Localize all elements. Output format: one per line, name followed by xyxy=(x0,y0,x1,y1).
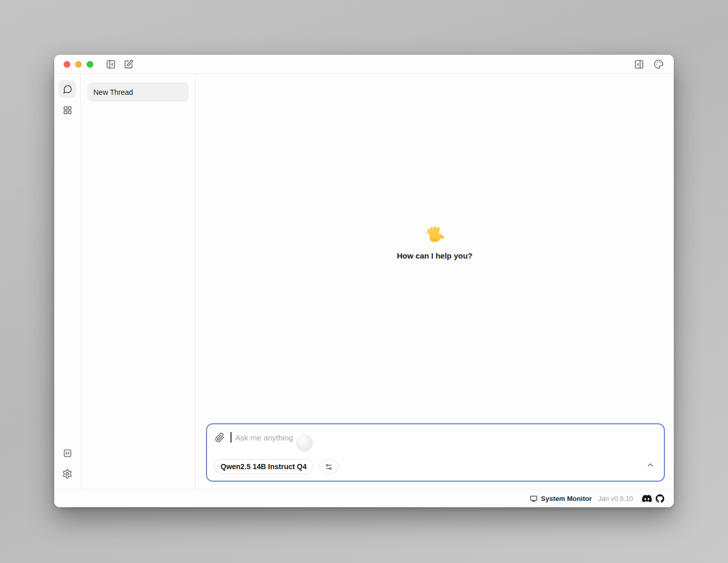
system-monitor-label: System Monitor xyxy=(541,495,592,503)
model-selector-button[interactable]: Qwen2.5 14B Instruct Q4 xyxy=(214,459,313,474)
monitor-icon xyxy=(530,495,538,503)
apps-grid-icon xyxy=(63,105,72,115)
app-version-label: Jan v0.5.10 xyxy=(598,495,633,503)
theme-button[interactable] xyxy=(652,57,665,71)
paperclip-icon xyxy=(215,433,225,443)
compose-icon xyxy=(124,59,134,69)
attach-file-button[interactable] xyxy=(213,431,226,444)
local-api-server-button[interactable] xyxy=(58,444,76,462)
palette-icon xyxy=(653,59,664,69)
waving-hand-emoji xyxy=(424,224,445,245)
main-chat-area: How can I help you? xyxy=(196,74,674,489)
discord-icon xyxy=(642,495,652,503)
zoom-button[interactable] xyxy=(87,61,93,68)
nav-hub-button[interactable] xyxy=(58,101,76,119)
message-input[interactable] xyxy=(235,433,657,442)
thread-title: New Thread xyxy=(93,88,133,96)
toggle-right-panel-button[interactable] xyxy=(632,57,646,71)
github-icon xyxy=(656,494,664,503)
github-link-button[interactable] xyxy=(656,494,664,503)
thread-list-item[interactable]: New Thread xyxy=(87,82,189,102)
local-api-server-icon xyxy=(63,448,72,458)
left-icon-rail xyxy=(54,74,81,489)
traffic-lights xyxy=(64,61,93,68)
composer: Qwen2.5 14B Instruct Q4 xyxy=(206,423,665,482)
close-button[interactable] xyxy=(64,61,70,68)
toggle-left-panel-button[interactable] xyxy=(104,57,117,71)
content-row: New Thread xyxy=(54,74,674,489)
titlebar xyxy=(54,55,674,74)
minimize-button[interactable] xyxy=(75,61,82,68)
chevron-up-icon xyxy=(646,461,654,469)
titlebar-right-actions xyxy=(632,57,665,71)
composer-controls-row: Qwen2.5 14B Instruct Q4 xyxy=(214,459,338,474)
panel-right-open-icon xyxy=(634,59,644,69)
model-settings-sliders-icon xyxy=(325,463,333,471)
panel-left-close-icon xyxy=(106,59,116,69)
statusbar: System Monitor Jan v0.5.10 xyxy=(54,489,674,507)
discord-link-button[interactable] xyxy=(642,495,652,503)
app-window: New Thread xyxy=(54,55,674,507)
system-monitor-button[interactable]: System Monitor xyxy=(530,495,592,503)
composer-input-row xyxy=(207,424,664,444)
chat-icon xyxy=(63,84,72,94)
new-thread-button[interactable] xyxy=(122,57,135,71)
threads-panel: New Thread xyxy=(81,74,196,489)
desktop-background: { "titlebar": { "traffic_lights": { "clo… xyxy=(0,0,728,563)
nav-threads-button[interactable] xyxy=(58,80,76,98)
text-caret xyxy=(230,432,232,443)
model-settings-button[interactable] xyxy=(319,459,338,474)
greeting-text: How can I help you? xyxy=(397,251,472,260)
empty-state-greeting: How can I help you? xyxy=(196,224,674,260)
settings-gear-icon xyxy=(62,469,72,479)
model-selector-label: Qwen2.5 14B Instruct Q4 xyxy=(221,462,307,471)
settings-button[interactable] xyxy=(58,465,76,483)
collapse-composer-button[interactable] xyxy=(645,460,656,470)
titlebar-left-actions xyxy=(104,57,135,71)
